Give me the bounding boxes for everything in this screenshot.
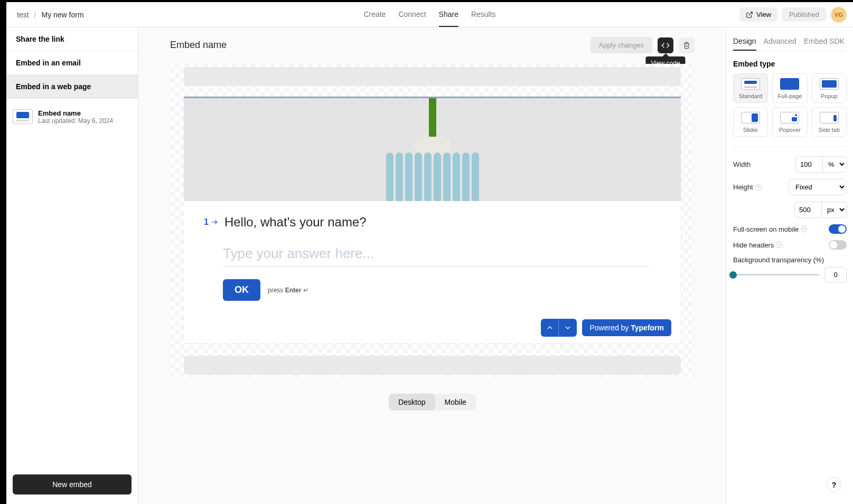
tab-design[interactable]: Design bbox=[733, 33, 756, 51]
powered-by-brand: Typeform bbox=[631, 324, 664, 332]
embed-list-item[interactable]: Embed name Last updated: May 6, 2024 bbox=[6, 106, 138, 128]
tab-advanced[interactable]: Advanced bbox=[764, 33, 796, 51]
ok-hint: press Enter ↵ bbox=[268, 287, 308, 294]
hide-headers-toggle[interactable] bbox=[829, 240, 847, 250]
share-nav-web[interactable]: Embed in a web page bbox=[6, 75, 138, 99]
question-number: 1 bbox=[204, 217, 218, 227]
embed-type-title: Embed type bbox=[733, 60, 847, 68]
width-unit-select[interactable]: % bbox=[823, 156, 847, 173]
fullpage-icon bbox=[780, 78, 799, 90]
height-unit-select[interactable]: px bbox=[822, 202, 847, 218]
ok-hint-press: press bbox=[268, 287, 285, 294]
share-nav: Share the link Embed in an email Embed i… bbox=[6, 27, 138, 99]
new-embed-button[interactable]: New embed bbox=[13, 474, 132, 495]
tab-embed-sdk[interactable]: Embed SDK bbox=[804, 33, 845, 51]
question-title: Hello, what's your name? bbox=[224, 215, 367, 230]
nav-share[interactable]: Share bbox=[439, 3, 458, 27]
center-area: Embed name Apply changes View code bbox=[138, 27, 726, 504]
embed-type-label: Popup bbox=[821, 93, 838, 99]
trash-icon bbox=[683, 42, 690, 49]
view-button[interactable]: View bbox=[739, 7, 777, 22]
hide-headers-label: Hide headers? bbox=[733, 241, 782, 249]
info-icon: ? bbox=[801, 226, 807, 232]
share-nav-email[interactable]: Embed in an email bbox=[6, 51, 138, 75]
nav-results[interactable]: Results bbox=[471, 3, 496, 27]
nav-connect[interactable]: Connect bbox=[398, 3, 426, 27]
embed-type-standard[interactable]: Standard bbox=[733, 73, 768, 103]
device-mobile-tab[interactable]: Mobile bbox=[435, 394, 476, 411]
powered-by-pre: Powered by bbox=[589, 324, 631, 332]
height-label: Height? bbox=[733, 183, 762, 191]
enter-glyph-icon: ↵ bbox=[301, 287, 308, 294]
embed-thumb-icon bbox=[13, 109, 33, 124]
left-panel: Share the link Embed in an email Embed i… bbox=[6, 27, 138, 504]
publish-status[interactable]: Published bbox=[782, 7, 827, 22]
embed-type-label: Full-page bbox=[778, 93, 802, 99]
width-input[interactable] bbox=[795, 156, 823, 173]
main-nav: Create Connect Share Results bbox=[363, 3, 495, 27]
form-nav-arrows bbox=[541, 319, 577, 337]
embed-preview-canvas: 1 Hello, what's your name? OK press Ente… bbox=[170, 64, 695, 378]
embed-type-sidetab[interactable]: Side tab bbox=[812, 107, 847, 137]
breadcrumb: test / My new form bbox=[13, 11, 84, 19]
right-tabs: Design Advanced Embed SDK bbox=[733, 33, 847, 51]
ok-hint-key: Enter bbox=[285, 287, 302, 294]
embed-type-label: Side tab bbox=[819, 127, 840, 133]
embed-type-popup[interactable]: Popup bbox=[812, 73, 847, 103]
breadcrumb-form[interactable]: My new form bbox=[41, 11, 83, 19]
info-icon: ? bbox=[776, 242, 782, 248]
question-number-value: 1 bbox=[204, 217, 209, 227]
height-mode-select[interactable]: Fixed bbox=[789, 179, 847, 195]
sidetab-icon bbox=[820, 112, 839, 123]
view-button-label: View bbox=[756, 11, 771, 18]
code-icon bbox=[661, 41, 670, 50]
bottom-placeholder bbox=[184, 356, 681, 375]
delete-embed-button[interactable] bbox=[679, 37, 695, 53]
slider-thumb[interactable] bbox=[729, 271, 737, 279]
right-panel: Design Advanced Embed SDK Embed type Sta… bbox=[726, 27, 853, 504]
chevron-down-icon bbox=[564, 324, 572, 332]
embed-item-title: Embed name bbox=[38, 109, 113, 117]
top-bar: test / My new form Create Connect Share … bbox=[6, 2, 853, 27]
ok-button[interactable]: OK bbox=[223, 279, 260, 301]
height-input[interactable] bbox=[794, 202, 822, 218]
help-button[interactable]: ? bbox=[827, 478, 841, 492]
bg-transparency-slider[interactable] bbox=[733, 274, 819, 275]
browser-bar-placeholder bbox=[184, 67, 681, 86]
embed-type-fullpage[interactable]: Full-page bbox=[772, 73, 807, 103]
standard-icon bbox=[741, 78, 760, 90]
form-hero-image bbox=[184, 98, 681, 201]
embed-item-subtitle: Last updated: May 6, 2024 bbox=[38, 117, 113, 125]
form-next-button[interactable] bbox=[559, 319, 577, 337]
popover-icon bbox=[780, 112, 799, 123]
answer-input[interactable] bbox=[223, 241, 649, 267]
info-icon: ? bbox=[755, 184, 762, 191]
breadcrumb-workspace[interactable]: test bbox=[17, 11, 29, 19]
powered-by-button[interactable]: Powered by Typeform bbox=[582, 319, 671, 336]
embed-type-label: Standard bbox=[739, 93, 763, 99]
embed-type-label: Popover bbox=[779, 127, 801, 133]
width-label: Width bbox=[733, 160, 751, 168]
device-desktop-tab[interactable]: Desktop bbox=[389, 394, 435, 411]
slider-icon bbox=[741, 112, 760, 123]
chevron-up-icon bbox=[546, 324, 554, 332]
bg-transparency-input[interactable] bbox=[824, 267, 847, 282]
embed-type-label: Slider bbox=[743, 127, 758, 133]
form-prev-button[interactable] bbox=[541, 319, 559, 337]
view-code-button[interactable] bbox=[658, 37, 673, 53]
fullscreen-mobile-toggle[interactable] bbox=[829, 224, 847, 234]
svg-line-0 bbox=[749, 12, 752, 15]
fullscreen-mobile-label: Full-screen on mobile? bbox=[733, 225, 807, 233]
breadcrumb-separator: / bbox=[34, 11, 36, 19]
arrow-right-icon bbox=[211, 218, 218, 226]
embed-type-popover[interactable]: Popover bbox=[772, 107, 807, 137]
apply-changes-button[interactable]: Apply changes bbox=[590, 37, 652, 53]
share-nav-link[interactable]: Share the link bbox=[6, 27, 138, 51]
bg-transparency-label: Background transparency (%) bbox=[733, 256, 824, 264]
nav-create[interactable]: Create bbox=[363, 3, 386, 27]
avatar[interactable]: VG bbox=[831, 7, 847, 23]
popup-icon bbox=[820, 78, 839, 90]
embed-type-slider[interactable]: Slider bbox=[733, 107, 768, 137]
external-link-icon bbox=[746, 11, 753, 18]
device-toggle: Desktop Mobile bbox=[138, 394, 726, 411]
